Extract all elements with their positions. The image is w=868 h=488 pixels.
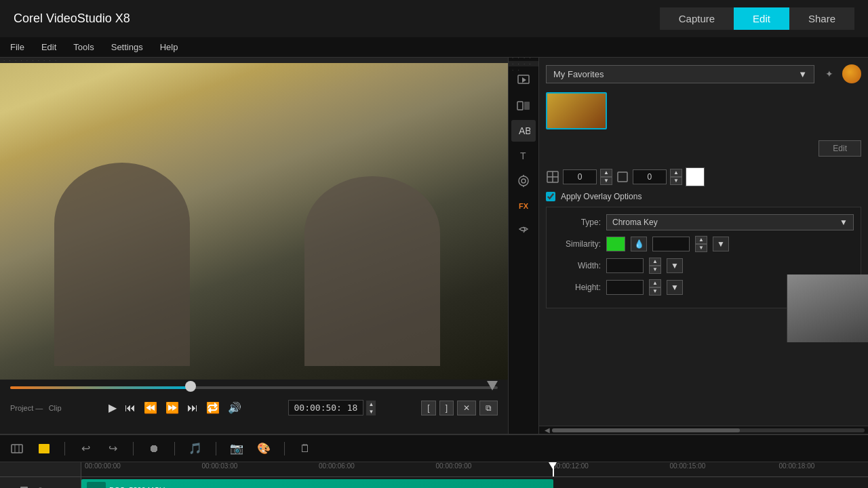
chroma-more-btn[interactable]: ▼ <box>713 237 729 251</box>
add-favorite-button[interactable]: ✦ <box>820 64 839 83</box>
menu-settings[interactable]: Settings <box>108 41 146 54</box>
tl-separator-2 <box>133 442 134 455</box>
play-button[interactable]: ▶ <box>107 400 118 415</box>
similarity-input[interactable]: 70 <box>652 237 690 251</box>
ruler-mark-1: 00:00:03:00 <box>202 462 238 470</box>
tl-audio-btn[interactable]: 🎵 <box>185 439 205 459</box>
edit-button[interactable]: Edit <box>734 7 789 30</box>
overlay-checkbox[interactable] <box>546 192 555 201</box>
width-input[interactable]: 0 <box>606 258 644 273</box>
track-mute-btn[interactable]: 👁 <box>35 484 47 489</box>
seek-bar[interactable] <box>10 386 498 393</box>
tl-undo-btn[interactable]: ↩ <box>75 439 96 459</box>
sidebar-icon-text[interactable]: T <box>511 145 536 167</box>
height-input[interactable]: 0 <box>606 280 644 295</box>
delete-button[interactable]: ✕ <box>457 401 476 415</box>
track-expand-btn[interactable]: ▼ <box>3 484 16 489</box>
mini-preview <box>787 274 868 342</box>
prev-frame-button[interactable]: ⏮ <box>123 401 137 415</box>
chroma-type-dropdown[interactable]: Chroma Key ▼ <box>606 214 854 230</box>
menu-edit[interactable]: Edit <box>38 41 60 54</box>
volume-button[interactable]: 🔊 <box>226 400 243 415</box>
video-clip-1[interactable]: DSC_5399.MOV <box>81 479 553 488</box>
height-down[interactable]: ▼ <box>649 287 661 296</box>
left-panel: Project — Clip ▶ ⏮ ⏪ ⏩ ⏭ 🔁 🔊 00:00:50: 1… <box>0 58 509 434</box>
thumbnail-1[interactable] <box>546 92 607 129</box>
svg-point-5 <box>519 176 528 186</box>
height-up[interactable]: ▲ <box>649 279 661 287</box>
similarity-down[interactable]: ▼ <box>695 244 707 252</box>
sidebar-icon-effects[interactable] <box>511 170 536 192</box>
menu-help[interactable]: Help <box>157 41 182 54</box>
position-y-input[interactable] <box>633 169 667 184</box>
tl-timeline-btn[interactable] <box>34 439 54 459</box>
timecode-display: 00:00:50: 18 <box>288 400 364 415</box>
ruler-marks: 00:00:00:00 00:00:03:00 00:00:06:00 00:0… <box>85 462 865 476</box>
svg-text:AB: AB <box>519 125 530 136</box>
tl-separator-1 <box>64 442 65 455</box>
pos-y-up[interactable]: ▲ <box>670 169 682 177</box>
timeline-ruler: 00:00:00:00 00:00:03:00 00:00:06:00 00:0… <box>81 462 868 477</box>
overlay-row: Apply Overlay Options <box>546 192 861 201</box>
svg-text:T: T <box>520 150 526 161</box>
tl-redo-btn[interactable]: ↪ <box>102 439 123 459</box>
capture-button[interactable]: Capture <box>660 7 734 30</box>
pos-x-up[interactable]: ▲ <box>600 169 612 177</box>
track-lane-video: DSC_5399.MOV <box>81 477 868 488</box>
app-title: Corel VideoStudio X8 <box>14 12 130 26</box>
width-label: Width: <box>553 261 601 270</box>
share-button[interactable]: Share <box>789 7 854 30</box>
tl-color-btn[interactable]: 🎨 <box>254 439 274 459</box>
color-swatch[interactable] <box>686 167 705 186</box>
timecode-up[interactable]: ▲ <box>366 401 376 408</box>
position-icon <box>546 170 559 184</box>
sidebar-dots <box>509 61 538 66</box>
eyedropper-button[interactable]: 💧 <box>631 237 647 251</box>
h-scroll-thumb[interactable] <box>552 428 740 432</box>
width-down[interactable]: ▼ <box>649 266 661 274</box>
position-x-input[interactable] <box>563 169 597 184</box>
sidebar-icons: AB T FX <box>509 58 539 434</box>
seek-end-marker <box>487 381 498 390</box>
timecode-spinners: ▲ ▼ <box>366 401 376 415</box>
h-scrollbar[interactable]: ◀ <box>539 426 868 434</box>
menu-file[interactable]: File <box>7 41 28 54</box>
tl-capture-btn[interactable]: 📷 <box>226 439 247 459</box>
height-more-btn[interactable]: ▼ <box>667 280 683 295</box>
width-up[interactable]: ▲ <box>649 258 661 266</box>
dropdown-arrow-icon: ▼ <box>798 69 807 79</box>
loop-button[interactable]: 🔁 <box>205 400 221 415</box>
timecode-area: 00:00:50: 18 ▲ ▼ <box>288 400 376 415</box>
sidebar-icon-audio[interactable] <box>511 220 536 242</box>
favorites-dropdown[interactable]: My Favorites ▼ <box>546 65 814 83</box>
pos-y-down[interactable]: ▼ <box>670 177 682 185</box>
forward-button[interactable]: ⏩ <box>164 400 180 415</box>
timeline: ↩ ↪ ⏺ 🎵 📷 🎨 🗒 ▼ 👁 ▼ FX <box>0 434 868 488</box>
tl-title-btn[interactable]: 🗒 <box>295 439 315 459</box>
mark-in-button[interactable]: [ <box>421 401 435 415</box>
width-more-btn[interactable]: ▼ <box>667 258 683 273</box>
tl-storyboard-btn[interactable] <box>7 439 27 459</box>
copy-button[interactable]: ⧉ <box>479 401 498 415</box>
favorite-circle-icon[interactable] <box>842 64 861 83</box>
similarity-label: Similarity: <box>553 239 601 249</box>
mark-out-button[interactable]: ] <box>439 401 454 415</box>
width-spinner: ▲ ▼ <box>649 258 661 274</box>
seek-thumb[interactable] <box>185 381 196 392</box>
sidebar-icon-media[interactable] <box>511 70 536 92</box>
chroma-color-swatch[interactable] <box>606 237 625 251</box>
timecode-down[interactable]: ▼ <box>366 408 376 415</box>
clip-label: Clip <box>49 404 62 412</box>
menu-tools[interactable]: Tools <box>70 41 97 54</box>
tl-record-btn[interactable]: ⏺ <box>144 439 164 459</box>
next-frame-button[interactable]: ⏭ <box>186 401 199 415</box>
sidebar-icon-fx[interactable]: FX <box>511 195 536 217</box>
rewind-button[interactable]: ⏪ <box>142 400 159 415</box>
sidebar-icon-titles[interactable]: AB <box>511 120 536 142</box>
svg-rect-16 <box>39 444 50 453</box>
edit-button-right[interactable]: Edit <box>818 140 861 157</box>
similarity-up[interactable]: ▲ <box>695 236 707 244</box>
scroll-left-arrow[interactable]: ◀ <box>542 426 552 434</box>
pos-x-down[interactable]: ▼ <box>600 177 612 185</box>
sidebar-icon-transitions[interactable] <box>511 95 536 117</box>
